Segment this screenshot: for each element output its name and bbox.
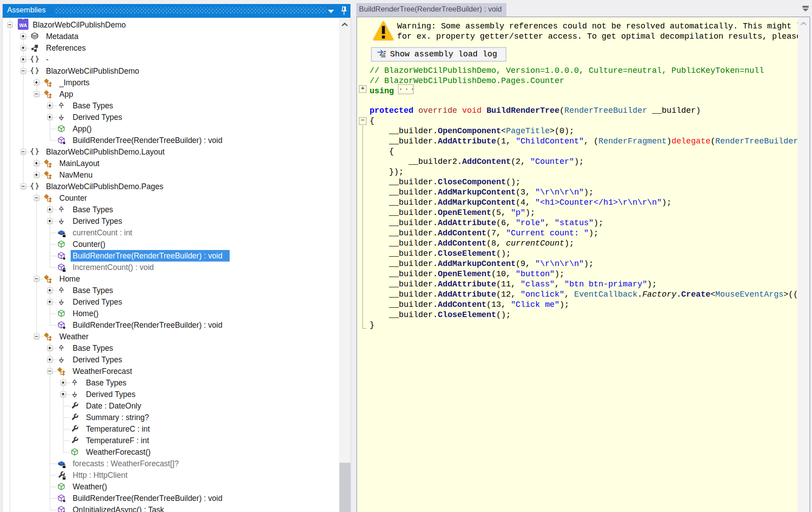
svg-text:WA: WA (19, 23, 27, 28)
